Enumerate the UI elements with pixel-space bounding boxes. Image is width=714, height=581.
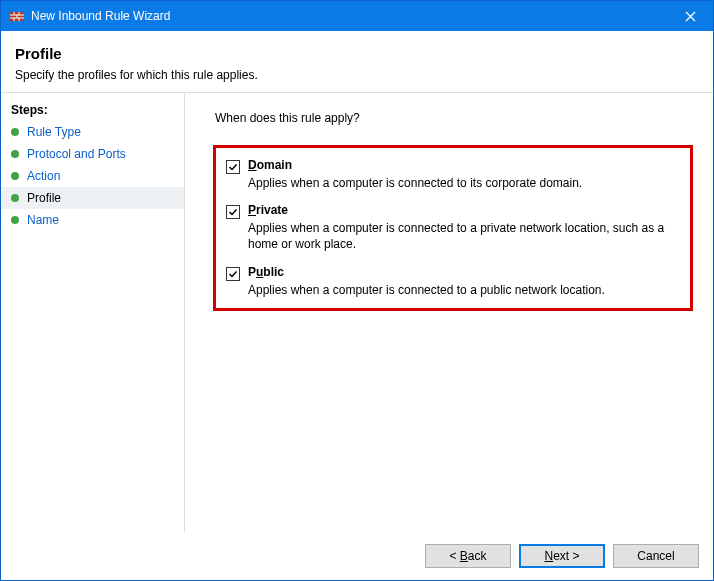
titlebar: New Inbound Rule Wizard — [1, 1, 713, 31]
profile-options-highlight: Domain Applies when a computer is connec… — [213, 145, 693, 311]
public-description: Applies when a computer is connected to … — [248, 282, 605, 298]
profile-question: When does this rule apply? — [215, 111, 693, 125]
private-label: Private — [248, 203, 676, 217]
wizard-window: New Inbound Rule Wizard Profile Specify … — [0, 0, 714, 581]
step-profile[interactable]: Profile — [1, 187, 184, 209]
step-label: Profile — [27, 191, 61, 205]
step-bullet-icon — [11, 194, 19, 202]
wizard-steps-sidebar: Steps: Rule Type Protocol and Ports Acti… — [1, 93, 185, 532]
step-label: Action — [27, 169, 60, 183]
steps-heading: Steps: — [1, 99, 184, 121]
step-label: Rule Type — [27, 125, 81, 139]
step-bullet-icon — [11, 128, 19, 136]
window-title: New Inbound Rule Wizard — [31, 9, 667, 23]
back-button[interactable]: < Back — [425, 544, 511, 568]
cancel-button[interactable]: Cancel — [613, 544, 699, 568]
profile-option-text: Private Applies when a computer is conne… — [248, 203, 676, 252]
profile-option-text: Public Applies when a computer is connec… — [248, 265, 605, 298]
domain-description: Applies when a computer is connected to … — [248, 175, 582, 191]
profile-option-domain: Domain Applies when a computer is connec… — [226, 158, 676, 191]
wizard-body: Steps: Rule Type Protocol and Ports Acti… — [1, 93, 713, 532]
wizard-main: When does this rule apply? Domain Applie… — [185, 93, 713, 532]
step-label: Name — [27, 213, 59, 227]
page-title: Profile — [15, 45, 699, 62]
public-checkbox[interactable] — [226, 267, 240, 281]
wizard-header: Profile Specify the profiles for which t… — [1, 31, 713, 93]
domain-checkbox[interactable] — [226, 160, 240, 174]
close-button[interactable] — [667, 1, 713, 31]
profile-option-text: Domain Applies when a computer is connec… — [248, 158, 582, 191]
public-label: Public — [248, 265, 605, 279]
step-action[interactable]: Action — [1, 165, 184, 187]
private-description: Applies when a computer is connected to … — [248, 220, 676, 252]
profile-option-private: Private Applies when a computer is conne… — [226, 203, 676, 252]
next-button[interactable]: Next > — [519, 544, 605, 568]
step-bullet-icon — [11, 172, 19, 180]
step-rule-type[interactable]: Rule Type — [1, 121, 184, 143]
private-checkbox[interactable] — [226, 205, 240, 219]
domain-label: Domain — [248, 158, 582, 172]
step-name[interactable]: Name — [1, 209, 184, 231]
page-description: Specify the profiles for which this rule… — [15, 68, 699, 82]
wizard-footer: < Back Next > Cancel — [1, 532, 713, 580]
profile-option-public: Public Applies when a computer is connec… — [226, 265, 676, 298]
step-protocol-and-ports[interactable]: Protocol and Ports — [1, 143, 184, 165]
firewall-icon — [9, 8, 25, 24]
step-label: Protocol and Ports — [27, 147, 126, 161]
step-bullet-icon — [11, 150, 19, 158]
step-bullet-icon — [11, 216, 19, 224]
